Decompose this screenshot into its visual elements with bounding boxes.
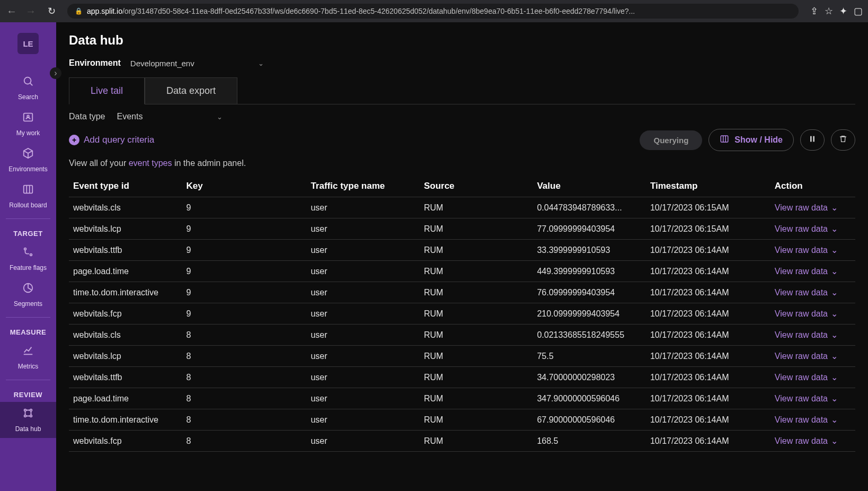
sidebar-item-metrics[interactable]: Metrics	[0, 339, 56, 375]
cell-timestamp: 10/17/2023 06:14AM	[646, 388, 770, 409]
cell-source: RUM	[420, 367, 533, 388]
cell-value: 347.90000000596046	[533, 388, 646, 409]
header-source[interactable]: Source	[420, 176, 533, 197]
chevron-down-icon: ⌄	[831, 224, 838, 234]
cell-traffic: user	[306, 218, 420, 240]
header-event-type[interactable]: Event type id	[69, 176, 182, 197]
view-raw-data-link[interactable]: View raw data ⌄	[775, 436, 851, 446]
env-selector[interactable]: Development_env ⌄	[130, 59, 264, 68]
cell-source: RUM	[420, 303, 533, 325]
cell-source: RUM	[420, 282, 533, 303]
pie-icon	[22, 282, 34, 297]
datatype-selector[interactable]: Events ⌄	[117, 112, 223, 121]
sidebar-expand-button[interactable]: ›	[50, 67, 61, 79]
view-raw-data-link[interactable]: View raw data ⌄	[775, 330, 851, 340]
org-logo[interactable]: LE	[17, 33, 39, 54]
cell-key: 9	[182, 197, 307, 218]
view-raw-data-link[interactable]: View raw data ⌄	[775, 415, 851, 425]
cell-traffic: user	[306, 409, 420, 431]
sidebar-item-datahub[interactable]: Data hub	[0, 402, 56, 438]
cell-value: 76.09999999403954	[533, 282, 646, 303]
cell-key: 9	[182, 261, 307, 282]
chevron-down-icon: ⌄	[831, 393, 838, 404]
chevron-down-icon: ⌄	[831, 245, 838, 255]
header-key[interactable]: Key	[182, 176, 307, 197]
view-raw-data-link[interactable]: View raw data ⌄	[775, 351, 851, 361]
table-row: webvitals.lcp 8 user RUM 75.5 10/17/2023…	[69, 346, 855, 367]
cell-key: 8	[182, 346, 307, 367]
header-timestamp[interactable]: Timestamp	[646, 176, 770, 197]
cell-event: webvitals.cls	[69, 325, 182, 346]
table-row: time.to.dom.interactive 9 user RUM 76.09…	[69, 282, 855, 303]
cell-source: RUM	[420, 431, 533, 452]
sidebar-item-rollout[interactable]: Rollout board	[0, 178, 56, 214]
chevron-down-icon: ⌄	[831, 436, 838, 446]
cell-timestamp: 10/17/2023 06:14AM	[646, 303, 770, 325]
tab-live-tail[interactable]: Live tail	[69, 77, 145, 104]
svg-point-12	[24, 415, 26, 417]
chevron-down-icon: ⌄	[831, 351, 838, 361]
refresh-button[interactable]: ↻	[48, 5, 56, 17]
sidebar-item-search[interactable]: Search	[0, 70, 56, 106]
sidebar-label: Feature flags	[10, 264, 47, 271]
sidebar-item-mywork[interactable]: My work	[0, 106, 56, 142]
tab-data-export[interactable]: Data export	[145, 77, 237, 104]
extensions-icon[interactable]: ✦	[839, 5, 847, 17]
divider	[6, 317, 51, 318]
sidebar-label: My work	[16, 129, 40, 137]
url-bar[interactable]: 🔒 app.split.io/org/31487d50-58c4-11ea-8d…	[67, 4, 799, 19]
view-raw-data-link[interactable]: View raw data ⌄	[775, 245, 851, 255]
header-action[interactable]: Action	[770, 176, 855, 197]
pause-button[interactable]	[800, 129, 825, 151]
show-hide-button[interactable]: Show / Hide	[708, 129, 794, 151]
cell-value: 168.5	[533, 431, 646, 452]
view-raw-data-link[interactable]: View raw data ⌄	[775, 393, 851, 404]
sidebar-item-segments[interactable]: Segments	[0, 277, 56, 313]
cell-value: 0.044783948789633...	[533, 197, 646, 218]
sidebar-item-featureflags[interactable]: Feature flags	[0, 241, 56, 277]
chevron-down-icon: ⌄	[831, 203, 838, 213]
view-raw-data-link[interactable]: View raw data ⌄	[775, 287, 851, 297]
window-icon[interactable]: ▢	[854, 5, 863, 17]
event-types-link[interactable]: event types	[129, 159, 172, 168]
querying-button[interactable]: Querying	[640, 130, 702, 150]
cell-timestamp: 10/17/2023 06:14AM	[646, 431, 770, 452]
cell-source: RUM	[420, 388, 533, 409]
view-raw-data-link[interactable]: View raw data ⌄	[775, 266, 851, 276]
sidebar-label: Rollout board	[9, 201, 47, 209]
header-traffic[interactable]: Traffic type name	[306, 176, 420, 197]
sidebar-label: Data hub	[15, 425, 41, 433]
cell-source: RUM	[420, 409, 533, 431]
forward-button[interactable]: →	[24, 5, 37, 17]
back-button[interactable]: ←	[5, 5, 18, 17]
view-raw-data-link[interactable]: View raw data ⌄	[775, 309, 851, 319]
url-text: app.split.io/org/31487d50-58c4-11ea-8dff…	[87, 7, 635, 15]
cube-icon	[22, 147, 34, 162]
cell-traffic: user	[306, 346, 420, 367]
cell-event: time.to.dom.interactive	[69, 409, 182, 431]
table-row: webvitals.ttfb 9 user RUM 33.39999999105…	[69, 240, 855, 261]
cell-timestamp: 10/17/2023 06:15AM	[646, 197, 770, 218]
cell-event: time.to.dom.interactive	[69, 282, 182, 303]
star-icon[interactable]: ☆	[825, 5, 833, 17]
lock-icon: 🔒	[75, 7, 83, 15]
cell-source: RUM	[420, 261, 533, 282]
clear-button[interactable]	[831, 129, 855, 151]
cell-timestamp: 10/17/2023 06:14AM	[646, 346, 770, 367]
view-raw-data-link[interactable]: View raw data ⌄	[775, 224, 851, 234]
datatype-value: Events	[117, 112, 143, 121]
header-value[interactable]: Value	[533, 176, 646, 197]
tabs: Live tail Data export	[69, 77, 855, 104]
view-raw-data-link[interactable]: View raw data ⌄	[775, 372, 851, 382]
add-criteria-button[interactable]: + Add query criteria	[69, 135, 154, 145]
cell-source: RUM	[420, 218, 533, 240]
add-criteria-label: Add query criteria	[84, 135, 154, 145]
divider	[6, 380, 51, 380]
view-raw-data-link[interactable]: View raw data ⌄	[775, 203, 851, 213]
cell-traffic: user	[306, 367, 420, 388]
share-icon[interactable]: ⇪	[810, 5, 818, 17]
page-title: Data hub	[69, 33, 855, 48]
cell-event: webvitals.ttfb	[69, 367, 182, 388]
sidebar-item-environments[interactable]: Environments	[0, 142, 56, 178]
cell-traffic: user	[306, 197, 420, 218]
